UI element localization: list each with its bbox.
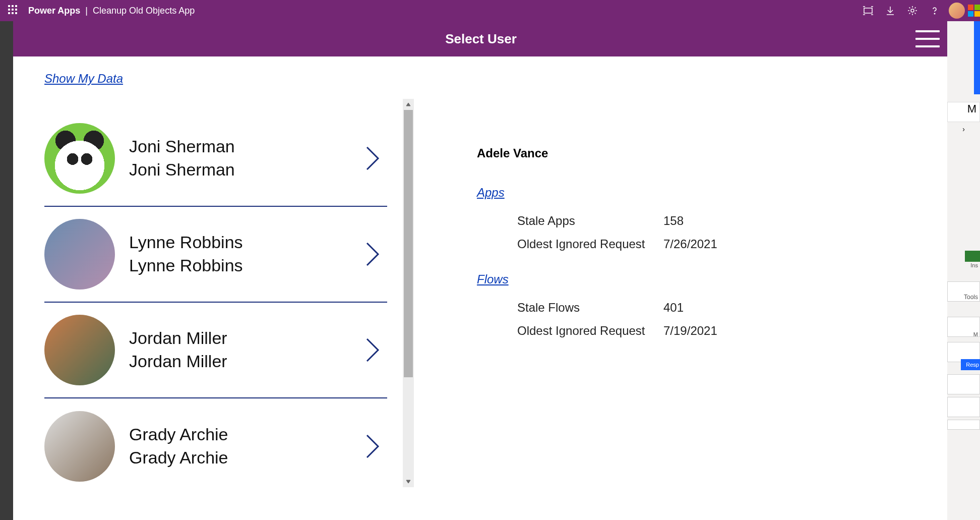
- scrollbar-thumb[interactable]: [404, 110, 413, 377]
- user-row[interactable]: Joni Sherman Joni Sherman: [44, 111, 387, 207]
- user-avatar-icon: [44, 123, 115, 194]
- user-list-column: Show My Data Joni Sherman Joni Sherman: [13, 56, 409, 520]
- svg-point-8: [934, 13, 935, 14]
- oldest-flow-request-label: Oldest Ignored Request: [517, 324, 663, 338]
- user-display-name: Lynne Robbins: [129, 231, 364, 254]
- user-avatar-icon: [44, 315, 115, 385]
- microsoft-logo-icon: [968, 5, 980, 17]
- bg-m-label: M: [973, 331, 978, 337]
- stale-apps-row: Stale Apps 158: [517, 214, 772, 228]
- svg-rect-0: [864, 8, 872, 13]
- title-separator: |: [85, 6, 88, 16]
- oldest-app-request-value: 7/26/2021: [663, 237, 717, 251]
- oldest-app-request-label: Oldest Ignored Request: [517, 237, 663, 251]
- flows-link[interactable]: Flows: [477, 272, 509, 286]
- oldest-flow-request-row: Oldest Ignored Request 7/19/2021: [517, 324, 772, 338]
- scroll-up-icon[interactable]: [403, 99, 414, 110]
- app-name: Cleanup Old Objects App: [93, 6, 195, 16]
- user-display-name: Jordan Miller: [129, 327, 364, 350]
- bg-chevron: ›: [947, 125, 980, 137]
- user-list-scrollbar[interactable]: [403, 99, 414, 487]
- page-title: Select User: [445, 31, 517, 47]
- stale-apps-value: 158: [663, 214, 684, 228]
- user-details-column: Adele Vance Apps Stale Apps 158 Oldest I…: [409, 56, 772, 520]
- product-name: Power Apps: [28, 6, 80, 16]
- user-avatar-icon[interactable]: [949, 3, 965, 19]
- oldest-flow-request-value: 7/19/2021: [663, 324, 717, 338]
- chevron-right-icon[interactable]: [364, 241, 381, 267]
- bg-ins-label: Ins: [970, 262, 978, 268]
- svg-marker-9: [406, 103, 410, 106]
- chevron-right-icon[interactable]: [364, 145, 381, 171]
- user-sub-name: Lynne Robbins: [129, 254, 364, 277]
- user-row[interactable]: Grady Archie Grady Archie: [44, 398, 387, 487]
- bg-resp-label: Resp: [961, 359, 980, 370]
- user-sub-name: Grady Archie: [129, 446, 364, 470]
- apps-link[interactable]: Apps: [477, 186, 505, 200]
- page-header: Select User: [13, 21, 949, 56]
- app-canvas: Select User Show My Data Joni Sherman Jo…: [13, 21, 949, 520]
- user-row[interactable]: Jordan Miller Jordan Miller: [44, 303, 387, 398]
- chevron-right-icon[interactable]: [364, 337, 381, 363]
- user-list: Joni Sherman Joni Sherman Lynne Robbins …: [44, 99, 409, 487]
- gutter-left: [0, 21, 13, 520]
- app-bar: Power Apps | Cleanup Old Objects App: [0, 0, 980, 21]
- stale-flows-row: Stale Flows 401: [517, 301, 772, 315]
- user-row[interactable]: Lynne Robbins Lynne Robbins: [44, 207, 387, 303]
- fit-to-screen-icon[interactable]: [857, 0, 879, 21]
- user-display-name: Grady Archie: [129, 423, 364, 446]
- bg-letter: M: [947, 102, 980, 122]
- show-my-data-link[interactable]: Show My Data: [44, 72, 123, 86]
- waffle-icon[interactable]: [8, 5, 19, 16]
- download-icon[interactable]: [879, 0, 901, 21]
- svg-point-7: [911, 9, 914, 12]
- user-display-name: Joni Sherman: [129, 135, 364, 158]
- svg-marker-10: [406, 480, 410, 483]
- stale-apps-label: Stale Apps: [517, 214, 663, 228]
- oldest-app-request-row: Oldest Ignored Request 7/26/2021: [517, 237, 772, 251]
- chevron-right-icon[interactable]: [364, 433, 381, 459]
- stale-flows-value: 401: [663, 301, 684, 315]
- background-window: M › Ins Tools M Resp: [947, 21, 980, 520]
- stale-flows-label: Stale Flows: [517, 301, 663, 315]
- user-avatar-icon: [44, 411, 115, 482]
- user-sub-name: Joni Sherman: [129, 158, 364, 182]
- user-sub-name: Jordan Miller: [129, 350, 364, 373]
- user-avatar-icon: [44, 219, 115, 290]
- settings-icon[interactable]: [901, 0, 924, 21]
- selected-user-name: Adele Vance: [477, 146, 772, 160]
- scroll-down-icon[interactable]: [403, 476, 414, 487]
- help-icon[interactable]: [924, 0, 946, 21]
- hamburger-menu-icon[interactable]: [915, 30, 940, 47]
- bg-tools-label: Tools: [964, 294, 978, 301]
